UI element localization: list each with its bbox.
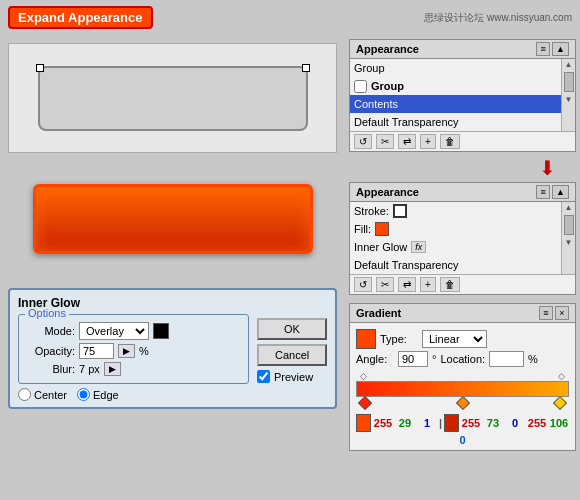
group2-checkbox[interactable]: [354, 80, 367, 93]
opacity-label: Opacity:: [25, 345, 75, 357]
gray-rectangle: [38, 66, 308, 131]
mode-select[interactable]: Overlay Normal Multiply: [79, 322, 149, 340]
opacity-arrow[interactable]: ▶: [118, 344, 135, 358]
options-label: Options: [25, 307, 69, 319]
angle-input[interactable]: [398, 351, 428, 367]
panel-row-stroke: Stroke:: [350, 202, 561, 220]
ok-button[interactable]: OK: [257, 318, 327, 340]
blur-arrow[interactable]: ▶: [104, 362, 121, 376]
transparency2-label: Default Transparency: [354, 259, 459, 271]
panel-1-scrollbar[interactable]: ▲ ▼: [561, 59, 575, 131]
watermark: 思绿设计论坛 www.nissyuan.com: [424, 11, 572, 25]
footer-icon-2[interactable]: ✂: [376, 134, 394, 149]
main-layout: Inner Glow Options Mode: Overlay Normal …: [0, 35, 580, 455]
scroll-thumb-1[interactable]: [564, 72, 574, 92]
fill-label: Fill:: [354, 223, 371, 235]
footer2-icon-2[interactable]: ✂: [376, 277, 394, 292]
scroll-up-1[interactable]: ▲: [564, 59, 574, 70]
scroll-down-2[interactable]: ▼: [564, 237, 574, 248]
cv-g3: 106: [549, 417, 569, 429]
footer-icon-1[interactable]: ↺: [354, 134, 372, 149]
footer2-icon-1[interactable]: ↺: [354, 277, 372, 292]
footer-icon-4[interactable]: +: [420, 134, 436, 149]
cs-1: [356, 414, 371, 432]
fill-swatch[interactable]: [375, 222, 389, 236]
opacity-unit: %: [139, 345, 149, 357]
edge-radio[interactable]: Edge: [77, 388, 119, 401]
panel-1-controls: ≡ ▲: [536, 42, 569, 56]
type-select[interactable]: Linear Radial: [422, 330, 487, 348]
center-radio-input[interactable]: [18, 388, 31, 401]
scroll-thumb-2[interactable]: [564, 215, 574, 235]
left-col: Inner Glow Options Mode: Overlay Normal …: [0, 35, 345, 455]
mode-row: Mode: Overlay Normal Multiply: [25, 322, 242, 340]
canvas-orange: [8, 161, 337, 276]
gradient-stop-right[interactable]: [553, 396, 567, 410]
panel-2-body: Stroke: Fill: Inner Glow fx Default Tran…: [350, 202, 575, 274]
deg-symbol: °: [432, 353, 436, 365]
panel-row-transparency1: Default Transparency: [350, 113, 561, 131]
mode-label: Mode:: [25, 325, 75, 337]
group2-label: Group: [371, 80, 404, 92]
panel-1-body: Group Group Contents Default Transparenc…: [350, 59, 575, 131]
panel-2-collapse[interactable]: ▲: [552, 185, 569, 199]
cancel-button[interactable]: Cancel: [257, 344, 327, 366]
panel-2-scrollbar[interactable]: ▲ ▼: [561, 202, 575, 274]
gradient-angle-row: Angle: ° Location: %: [356, 351, 569, 367]
top-banner: Expand Appearance 思绿设计论坛 www.nissyuan.co…: [0, 0, 580, 35]
canvas-gray: [8, 43, 337, 153]
gradient-title: Gradient: [356, 307, 401, 319]
color-values-row: 255 29 1 | 255 73 0 255 106: [356, 412, 569, 434]
location-input[interactable]: [489, 351, 524, 367]
blur-row: Blur: 7 px ▶: [25, 362, 242, 376]
scroll-down-1[interactable]: ▼: [564, 94, 574, 105]
color-swatch-black[interactable]: [153, 323, 169, 339]
fx-badge: fx: [411, 241, 426, 253]
ig-left: Options Mode: Overlay Normal Multiply Op: [18, 314, 249, 401]
panel-row-transparency2: Default Transparency: [350, 256, 561, 274]
blur-value: 7 px: [79, 363, 100, 375]
panel-2-content: Stroke: Fill: Inner Glow fx Default Tran…: [350, 202, 561, 274]
center-radio[interactable]: Center: [18, 388, 67, 401]
type-label: Type:: [380, 333, 418, 345]
footer2-icon-3[interactable]: ⇄: [398, 277, 416, 292]
preview-label: Preview: [274, 371, 313, 383]
zero-indicator: 0: [356, 434, 569, 446]
transparency1-label: Default Transparency: [354, 116, 459, 128]
panel-2-expand[interactable]: ≡: [536, 185, 550, 199]
gradient-close[interactable]: ×: [555, 306, 569, 320]
panel-2-title: Appearance: [356, 186, 419, 198]
cv-r1: 255: [373, 417, 393, 429]
panel-1-content: Group Group Contents Default Transparenc…: [350, 59, 561, 131]
panel-1-title: Appearance: [356, 43, 419, 55]
panel-row-contents[interactable]: Contents: [350, 95, 561, 113]
footer2-icon-5[interactable]: 🗑: [440, 277, 460, 292]
footer-icon-3[interactable]: ⇄: [398, 134, 416, 149]
panel-1-collapse[interactable]: ▲: [552, 42, 569, 56]
gradient-color-swatch[interactable]: [356, 329, 376, 349]
ig-right: OK Cancel Preview: [257, 314, 327, 401]
cs-2: [444, 414, 459, 432]
footer2-icon-4[interactable]: +: [420, 277, 436, 292]
inner-glow-panel: Inner Glow Options Mode: Overlay Normal …: [8, 288, 337, 409]
appearance-panel-2: Appearance ≡ ▲ Stroke: Fill:: [349, 182, 576, 295]
footer-icon-5[interactable]: 🗑: [440, 134, 460, 149]
cv-r2: 255: [461, 417, 481, 429]
gradient-bar-container: ◇ ◇: [356, 371, 569, 408]
right-col: Appearance ≡ ▲ Group Group Contents: [345, 35, 580, 455]
preview-checkbox[interactable]: [257, 370, 270, 383]
panel-1-expand[interactable]: ≡: [536, 42, 550, 56]
gradient-stop-left[interactable]: [358, 396, 372, 410]
ig-full: Options Mode: Overlay Normal Multiply Op: [18, 314, 327, 401]
gradient-header: Gradient ≡ ×: [350, 304, 575, 323]
gradient-panel: Gradient ≡ × Type: Linear Radial Angle:: [349, 303, 576, 451]
scroll-up-2[interactable]: ▲: [564, 202, 574, 213]
stroke-swatch[interactable]: [393, 204, 407, 218]
gradient-stop-mid[interactable]: [455, 396, 469, 410]
opacity-input[interactable]: [79, 343, 114, 359]
panel-2-footer: ↺ ✂ ⇄ + 🗑: [350, 274, 575, 294]
panel-2-header: Appearance ≡ ▲: [350, 183, 575, 202]
edge-radio-input[interactable]: [77, 388, 90, 401]
gradient-type-row: Type: Linear Radial: [356, 329, 569, 349]
gradient-expand[interactable]: ≡: [539, 306, 553, 320]
